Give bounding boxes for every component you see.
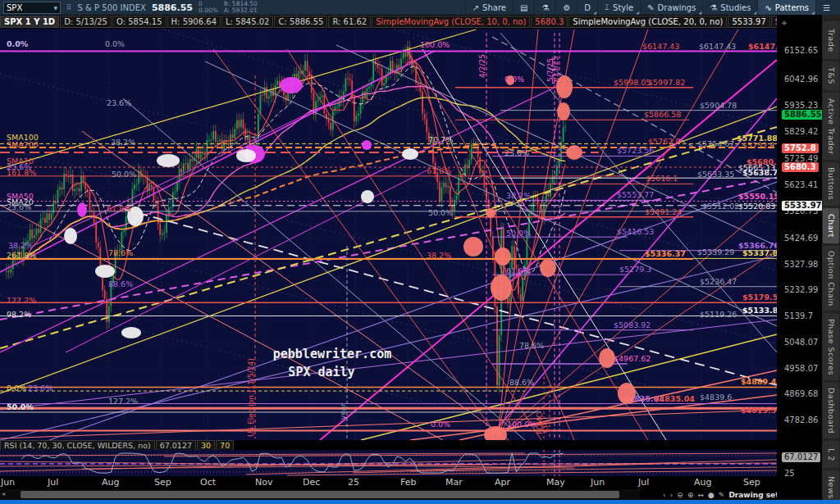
sidebar-tab-option-chain[interactable]: Option Chain (823, 246, 839, 311)
chart-header-cell[interactable]: SPX 1 Y 1D (0, 16, 59, 28)
sidebar-tab-label: Buttons (827, 167, 836, 200)
crosshair-icon[interactable]: ⌖ (782, 18, 787, 29)
chart-header-cell[interactable]: C: 5886.55 (274, 16, 327, 28)
svg-text:US Election (11/5/24): US Election (11/5/24) (247, 358, 255, 437)
rsi-pane[interactable] (0, 450, 777, 476)
pan-right-icon[interactable]: › (670, 491, 673, 499)
sidebar-tab-buttons[interactable]: Buttons (823, 162, 839, 207)
price-axis[interactable]: ⌖ 6152.656042.965935.235829.425725.49562… (777, 15, 822, 500)
sidebar-tab-trade[interactable]: Trade (823, 21, 839, 59)
notes-button[interactable]: ▤ (513, 0, 534, 15)
symbol-link-icon[interactable]: ⠿ (66, 3, 72, 11)
chart-header-cell[interactable]: R: 61.62 (328, 16, 371, 28)
sidebar-tab-label: T&S (827, 67, 836, 84)
svg-text:23.6%: 23.6% (107, 98, 131, 107)
svg-text:50.0%: 50.0% (112, 170, 136, 179)
sidebar-tab-active-trader[interactable]: Active Trader (823, 93, 839, 159)
thinkorswim-window: SPX ▼ ⠿ S & P 500 INDEX 5886.55 0 0.00% … (0, 0, 840, 504)
chart-header-cell[interactable]: SimpleMovingAvg (CLOSE, 10, 0, no) (372, 16, 530, 28)
price-badge: 5680.3 (782, 162, 819, 172)
change-percent: 0.00% (199, 7, 218, 14)
chart-header-cell[interactable]: D: 5/13/25 (60, 16, 112, 28)
time-axis-label: Apr (495, 477, 510, 488)
sidebar-tab-l-2[interactable]: L 2 (823, 441, 839, 468)
auto-scale-icon[interactable]: ● (708, 491, 714, 499)
svg-text:$5752.8: $5752.8 (742, 141, 774, 150)
patterns-button[interactable]: ∿Patterns◢ (757, 0, 815, 15)
svg-text:year: year (339, 403, 347, 420)
chart-header-cell[interactable]: SimpleMovingAvg (CLOSE, 50, 0, no) (771, 16, 777, 28)
time-axis-label: Aug (102, 477, 119, 488)
svg-text:50.0%: 50.0% (7, 402, 34, 411)
svg-text:$5236.47: $5236.47 (700, 277, 737, 286)
style-button[interactable]: ⌶Style◢ (597, 0, 640, 15)
chart-header-cell[interactable]: SimpleMovingAvg (CLOSE, 20, 0, no) (568, 16, 727, 28)
svg-text:88.6%: 88.6% (509, 378, 534, 387)
sidebar-tab-dashboard[interactable]: Dashboard (823, 383, 839, 438)
price-badge: 5886.55 (782, 110, 824, 120)
chart-header: SPX 1 Y 1DD: 5/13/25O: 5854.15H: 5906.64… (0, 15, 777, 29)
drawings-icon: ✎ (647, 3, 654, 12)
sidebar-tab-t-s[interactable]: T&S (823, 61, 839, 90)
style-icon: ⌶ (605, 2, 609, 12)
svg-text:$5520.83: $5520.83 (738, 202, 775, 211)
chart-header-cell[interactable]: 5680.3 (531, 16, 568, 28)
share-icon: ↗ (472, 3, 479, 12)
pan-left-icon[interactable]: ‹ (663, 491, 666, 499)
svg-text:$4835.04: $4835.04 (654, 394, 695, 403)
svg-text:50.0%: 50.0% (506, 229, 531, 238)
svg-text:$5616.1: $5616.1 (646, 174, 678, 183)
window-border (0, 500, 840, 504)
svg-text:$5336.37: $5336.37 (645, 249, 686, 258)
price-badge: 5533.97 (782, 201, 824, 211)
svg-text:$5133.8: $5133.8 (742, 306, 777, 315)
last-price: 5886.55 (152, 2, 193, 13)
studies-button[interactable]: ⚗Studies◢ (702, 0, 757, 15)
chevron-down-icon: ▼ (53, 5, 57, 11)
sidebar-tab-phase-scores[interactable]: Phase Scores (823, 313, 839, 379)
sidebar-tab-label: Dashboard (827, 388, 836, 434)
chart-header-cell[interactable]: 5533.97 (728, 16, 769, 28)
sidebar-tab-news[interactable]: News (823, 470, 839, 504)
svg-text:61.8%: 61.8% (427, 166, 451, 175)
time-axis-label: Jul (638, 477, 649, 488)
svg-text:$6147.43: $6147.43 (642, 42, 679, 51)
patterns-icon: ∿ (765, 3, 771, 12)
gadget-sidebar: TradeT&SActive TraderButtonsChartOption … (822, 15, 840, 504)
time-axis-label: Jul (48, 477, 58, 488)
scroll-left-icon[interactable]: ◂ (2, 490, 5, 497)
chart-header-cell[interactable]: H: 5906.64 (167, 16, 221, 28)
rsi-header-cell: RSI (14, 70, 30, CLOSE, WILDERS, no) (0, 440, 155, 451)
zoom-out-icon[interactable]: ⊖ (677, 491, 683, 499)
symbol-input[interactable]: SPX ▼ (3, 2, 61, 14)
chart-header-cell[interactable]: L: 5845.02 (221, 16, 273, 28)
svg-text:4/2/25: 4/2/25 (478, 54, 486, 78)
price-axis-tick: 6152.65 (784, 46, 818, 55)
share-button[interactable]: ↗Share (465, 0, 513, 15)
svg-text:$5904.78: $5904.78 (700, 101, 737, 110)
menu-button[interactable]: ☰ (815, 0, 837, 15)
price-axis-tick: 5623.41 (784, 180, 818, 189)
settings-button[interactable]: ⚙ (555, 0, 577, 15)
sidebar-tab-label: Chart (827, 214, 836, 238)
fit-width-icon[interactable]: ↔ (697, 491, 704, 499)
svg-text:0.0%: 0.0% (431, 420, 450, 429)
analyze-button[interactable]: ⚗ (534, 0, 555, 15)
svg-text:$5866.58: $5866.58 (644, 110, 681, 119)
timeframe-button[interactable]: D◢ (577, 0, 597, 15)
main-chart[interactable]: $6147.43$6147.43$6147.43$5998.05$5997.82… (0, 29, 777, 440)
zoom-in-icon[interactable]: ⊕ (687, 491, 694, 499)
draw-icon[interactable]: ✎ (719, 491, 725, 499)
svg-text:$5553.77: $5553.77 (617, 190, 654, 199)
drawings-button[interactable]: ✎Drawings◢ (640, 0, 702, 15)
svg-text:CPI: CPI (541, 421, 550, 433)
time-axis-label: Jun (591, 477, 605, 488)
svg-text:$5119.26: $5119.26 (700, 310, 737, 319)
time-axis-label: 25 (348, 477, 359, 488)
svg-text:$5638.73: $5638.73 (742, 168, 777, 177)
scrollbar-thumb[interactable] (21, 491, 619, 498)
chart-header-cell[interactable]: O: 5854.15 (112, 16, 167, 28)
svg-text:0.0%: 0.0% (504, 75, 524, 84)
sidebar-tab-chart[interactable]: Chart (823, 208, 839, 243)
time-axis-label: May (546, 477, 565, 488)
